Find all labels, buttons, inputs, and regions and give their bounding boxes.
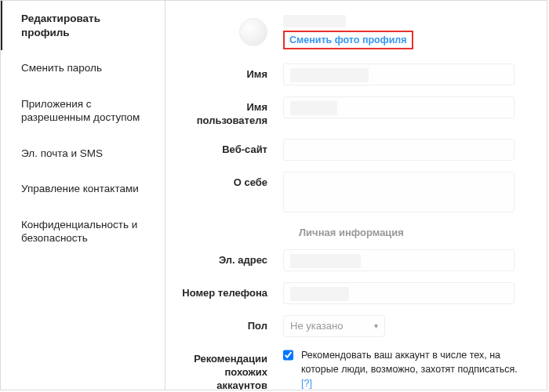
email-label: Эл. адрес [181, 249, 283, 267]
settings-container: Редактировать профиль Сменить пароль При… [0, 0, 547, 390]
username-display [283, 15, 346, 27]
email-input[interactable] [283, 249, 514, 271]
sidebar-item-privacy-security[interactable]: Конфиденциальность и безопасность [1, 207, 165, 256]
avatar[interactable] [239, 18, 267, 46]
name-label: Имя [181, 64, 283, 82]
change-photo-link[interactable]: Сменить фото профиля [283, 31, 413, 49]
gender-selected-value: Не указано [290, 320, 343, 332]
gender-label: Пол [181, 315, 283, 333]
recommend-checkbox[interactable] [283, 350, 293, 361]
recommend-label: Рекомендации похожих аккаунтов [181, 348, 283, 390]
sidebar-item-manage-contacts[interactable]: Управление контактами [1, 171, 165, 207]
chevron-down-icon: ▾ [374, 321, 378, 330]
recommend-text: Рекомендовать ваш аккаунт в числе тех, н… [301, 348, 523, 390]
website-label: Веб-сайт [181, 139, 283, 157]
gender-select[interactable]: Не указано ▾ [283, 315, 385, 337]
sidebar-item-email-sms[interactable]: Эл. почта и SMS [1, 136, 165, 172]
sidebar-item-change-password[interactable]: Сменить пароль [1, 50, 165, 86]
name-input[interactable] [283, 64, 514, 85]
personal-info-heading: Личная информация [299, 227, 523, 238]
sidebar: Редактировать профиль Сменить пароль При… [1, 1, 165, 390]
main-panel: Сменить фото профиля Имя Имя пользовател… [165, 1, 547, 390]
bio-textarea[interactable] [283, 172, 514, 212]
website-input[interactable] [283, 139, 514, 161]
username-input[interactable] [283, 96, 514, 118]
phone-label: Номер телефона [181, 282, 283, 300]
sidebar-item-edit-profile[interactable]: Редактировать профиль [1, 1, 165, 50]
phone-input[interactable] [283, 282, 514, 304]
username-label: Имя пользователя [181, 96, 283, 128]
bio-label: О себе [181, 172, 283, 190]
recommend-help-link[interactable]: [?] [301, 378, 312, 389]
sidebar-item-authorized-apps[interactable]: Приложения с разрешенным доступом [1, 86, 165, 136]
